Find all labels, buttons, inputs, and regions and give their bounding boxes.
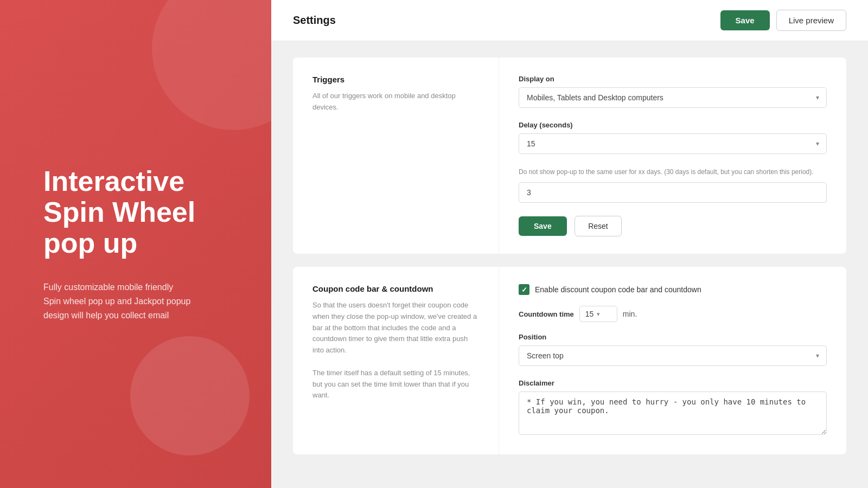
no-show-group: Do not show pop-up to the same user for … xyxy=(519,167,827,203)
live-preview-button[interactable]: Live preview xyxy=(776,10,846,31)
enable-coupon-label: Enable discount coupon code bar and coun… xyxy=(535,285,701,294)
display-on-select-wrapper: Mobiles, Tablets and Desktop computers ▾ xyxy=(519,87,827,108)
no-show-hint: Do not show pop-up to the same user for … xyxy=(519,167,827,177)
delay-select[interactable]: 15 xyxy=(519,133,827,154)
disclaimer-label: Disclaimer xyxy=(519,379,827,387)
disclaimer-textarea[interactable]: * If you win, you need to hurry - you on… xyxy=(519,391,827,435)
triggers-section-right: Display on Mobiles, Tablets and Desktop … xyxy=(499,57,846,254)
coupon-section-left: Coupon code bar & countdown So that the … xyxy=(293,267,499,454)
coupon-section-right: Enable discount coupon code bar and coun… xyxy=(499,267,846,454)
page-title: Settings xyxy=(293,14,336,27)
header-actions: Save Live preview xyxy=(720,10,846,31)
coupon-label: Coupon code bar & countdown xyxy=(312,284,479,293)
delay-select-wrapper: 15 ▾ xyxy=(519,133,827,154)
triggers-section-left: Triggers All of our triggers work on mob… xyxy=(293,57,499,254)
no-show-input[interactable] xyxy=(519,182,827,203)
display-on-group: Display on Mobiles, Tablets and Desktop … xyxy=(519,75,827,108)
countdown-chevron-icon: ▾ xyxy=(597,311,600,318)
enable-coupon-checkbox[interactable] xyxy=(519,284,529,295)
countdown-min-label: min. xyxy=(623,310,637,318)
triggers-buttons-group: Save Reset xyxy=(519,216,827,236)
triggers-reset-button[interactable]: Reset xyxy=(575,216,622,236)
enable-coupon-row: Enable discount coupon code bar and coun… xyxy=(519,284,827,295)
countdown-row: Countdown time 15 ▾ min. xyxy=(519,306,827,322)
countdown-label: Countdown time xyxy=(519,310,574,318)
coupon-description: So that the users doesn't forget their c… xyxy=(312,300,479,401)
countdown-select[interactable]: 15 ▾ xyxy=(579,306,617,322)
sidebar-title: InteractiveSpin Wheelpop up xyxy=(43,166,228,259)
save-button-header[interactable]: Save xyxy=(720,10,770,30)
position-label: Position xyxy=(519,333,827,341)
triggers-save-button[interactable]: Save xyxy=(519,216,567,236)
countdown-value: 15 xyxy=(585,310,594,318)
position-select-wrapper: Screen top ▾ xyxy=(519,345,827,366)
sidebar: InteractiveSpin Wheelpop up Fully custom… xyxy=(0,0,271,488)
triggers-description: All of our triggers work on mobile and d… xyxy=(312,91,479,113)
position-select[interactable]: Screen top xyxy=(519,345,827,366)
triggers-label: Triggers xyxy=(312,75,479,84)
delay-group: Delay (seconds) 15 ▾ xyxy=(519,121,827,154)
page-header: Settings Save Live preview xyxy=(271,0,868,41)
display-on-label: Display on xyxy=(519,75,827,83)
content-area: Triggers All of our triggers work on mob… xyxy=(271,41,868,471)
coupon-section: Coupon code bar & countdown So that the … xyxy=(293,267,846,454)
disclaimer-group: Disclaimer * If you win, you need to hur… xyxy=(519,379,827,437)
position-group: Position Screen top ▾ xyxy=(519,333,827,366)
main-content: Settings Save Live preview Triggers All … xyxy=(271,0,868,488)
display-on-select[interactable]: Mobiles, Tablets and Desktop computers xyxy=(519,87,827,108)
sidebar-description: Fully customizable mobile friendlySpin w… xyxy=(43,280,228,322)
triggers-section: Triggers All of our triggers work on mob… xyxy=(293,57,846,254)
delay-label: Delay (seconds) xyxy=(519,121,827,129)
